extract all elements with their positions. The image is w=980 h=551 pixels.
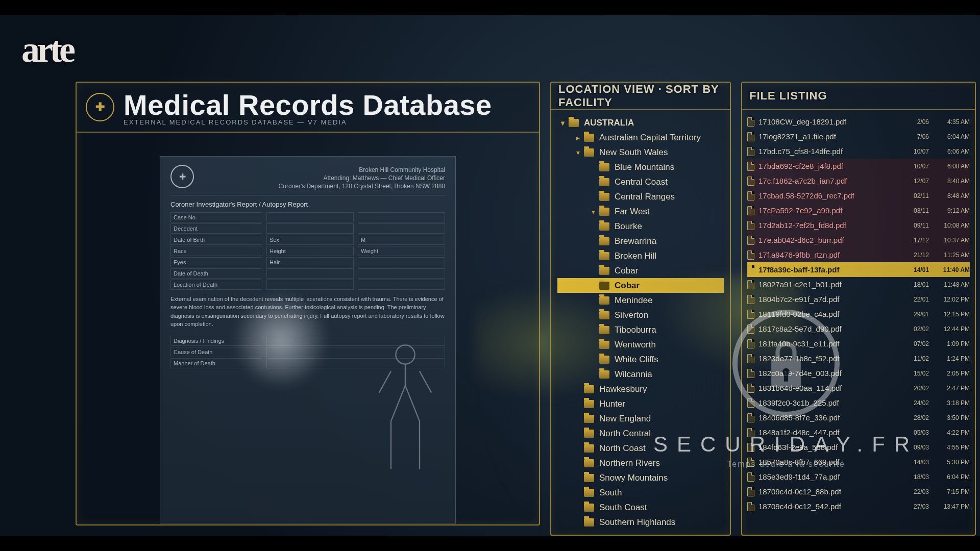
tree-item[interactable]: Menindee xyxy=(557,293,724,308)
body-outline-icon xyxy=(370,340,441,483)
folder-icon xyxy=(599,296,609,305)
file-icon xyxy=(747,280,754,289)
expand-icon[interactable]: ▾ xyxy=(559,119,566,127)
tree-item[interactable]: Cobar xyxy=(557,263,724,278)
file-row[interactable]: 17f8a39c-baff-13fa.pdf14/0111:40 AM xyxy=(747,262,970,277)
file-row[interactable]: 18709c4d-0c12_942.pdf27/0313:47 PM xyxy=(747,499,970,514)
tree-item[interactable]: Central Ranges xyxy=(557,189,724,204)
tree-item[interactable]: Bourke xyxy=(557,219,724,234)
field-label: Decedent xyxy=(170,223,262,234)
watermark-subtitle: Temps dédié à la sécurité xyxy=(653,460,919,469)
tree-item-label: Far West xyxy=(615,207,650,217)
hospital-name: Broken Hill Community Hospital xyxy=(170,166,445,174)
tree-item[interactable]: Southern Highlands xyxy=(557,515,724,530)
file-row[interactable]: 17cPa592-7e92_a99.pdf03/119:12 AM xyxy=(747,203,970,218)
tree-item-label: Cobar xyxy=(615,281,640,291)
panel-header: LOCATION VIEW · SORT BY FACILITY xyxy=(551,83,730,110)
tree-item[interactable]: ▸Australian Capital Territory xyxy=(557,130,724,145)
file-time: 12:44 PM xyxy=(929,325,970,333)
file-name: 17cPa592-7e92_a99.pdf xyxy=(758,206,888,215)
folder-icon xyxy=(599,222,609,231)
panel-title: Medical Records Database xyxy=(124,88,492,121)
tree-item[interactable]: ▾New South Wales xyxy=(557,145,724,160)
file-time: 1:09 PM xyxy=(929,340,970,347)
file-time: 5:30 PM xyxy=(929,459,970,466)
tree-item-label: Tibooburra xyxy=(615,325,656,335)
file-row[interactable]: 17d2ab12-7ef2b_fd8d.pdf09/1110:08 AM xyxy=(747,218,970,233)
tree-item[interactable]: South Coast xyxy=(557,500,724,515)
file-row[interactable]: 185e3ed9-f1d4_77a.pdf18/036:04 PM xyxy=(747,469,970,484)
expand-icon[interactable]: ▾ xyxy=(575,148,581,157)
file-time: 2:47 PM xyxy=(929,385,970,392)
hospital-logo-icon: ✚ xyxy=(170,165,194,188)
tree-item-label: New England xyxy=(599,414,651,424)
file-row[interactable]: 17bd.c75_cfs8-14dfe.pdf10/076:06 AM xyxy=(747,144,970,159)
expand-icon[interactable]: ▸ xyxy=(575,134,581,142)
folder-icon xyxy=(584,444,594,453)
file-name: 17c.f1862-a7c2b_ian7.pdf xyxy=(758,177,888,185)
file-time: 11:25 AM xyxy=(929,252,970,259)
expand-icon[interactable]: ▾ xyxy=(590,208,596,216)
file-date: 27/03 xyxy=(888,503,929,510)
tree-item[interactable]: Brewarrina xyxy=(557,234,724,248)
file-row[interactable]: 18027a91-c2e1_b01.pdf18/0111:48 AM xyxy=(747,277,970,292)
file-icon xyxy=(747,236,754,245)
file-date: 12/07 xyxy=(888,178,929,185)
file-time: 4:22 PM xyxy=(929,429,970,436)
tree-item-label: Wilcannia xyxy=(615,369,652,380)
file-row[interactable]: 1804b7c2-e91f_a7d.pdf22/0112:02 PM xyxy=(747,292,970,307)
file-date: 18/01 xyxy=(888,281,929,288)
file-date: 7/06 xyxy=(888,133,929,140)
tree-item[interactable]: South xyxy=(557,485,724,500)
file-time: 4:35 AM xyxy=(929,118,970,126)
tree-item-label: Central Coast xyxy=(615,177,668,187)
tree-item-label: Southern Highlands xyxy=(599,517,675,528)
file-row[interactable]: 17log82371_a1.file.pdf7/066:04 AM xyxy=(747,129,970,144)
file-name: 17108CW_deg-18291.pdf xyxy=(758,117,888,126)
field-label: Location of Death xyxy=(170,280,262,290)
report-field-grid: Case No. Decedent Date of Birth Sex M Ra… xyxy=(170,212,445,290)
file-time: 4:55 PM xyxy=(929,444,970,451)
file-time: 9:12 AM xyxy=(929,207,970,214)
tree-item[interactable]: Snowy Mountains xyxy=(557,470,724,485)
file-time: 11:48 AM xyxy=(929,281,970,288)
file-icon xyxy=(747,177,754,186)
file-icon xyxy=(747,191,754,201)
tree-item-label: Hunter xyxy=(599,399,625,409)
tree-item[interactable]: Cobar xyxy=(557,278,724,293)
file-icon xyxy=(747,117,754,127)
tree-item-label: Blue Mountains xyxy=(615,162,674,172)
file-row[interactable]: 17108CW_deg-18291.pdf2/064:35 AM xyxy=(747,114,970,129)
file-time: 13:47 PM xyxy=(929,503,970,510)
tree-item[interactable]: Blue Mountains xyxy=(557,160,724,174)
folder-icon xyxy=(599,311,609,319)
file-time: 8:40 AM xyxy=(929,178,970,185)
file-icon xyxy=(747,487,754,496)
file-row[interactable]: 17f.a9476-9fbb_rtzn.pdf21/1211:25 AM xyxy=(747,247,970,262)
file-time: 6:04 PM xyxy=(929,473,970,481)
folder-icon xyxy=(584,474,594,482)
letterbox-bottom xyxy=(0,536,980,551)
field-value xyxy=(358,223,445,234)
field-label: Date of Birth xyxy=(170,235,262,245)
folder-icon xyxy=(584,518,594,527)
tree-item[interactable]: ▾AUSTRALIA xyxy=(557,115,724,130)
tree-item[interactable]: Broken Hill xyxy=(557,248,724,263)
tree-item[interactable]: Central Coast xyxy=(557,174,724,189)
folder-icon xyxy=(584,148,594,157)
file-row[interactable]: 17c.f1862-a7c2b_ian7.pdf12/078:40 AM xyxy=(747,173,970,188)
tree-item-label: Hawkesbury xyxy=(599,384,647,394)
tree-item-label: AUSTRALIA xyxy=(584,118,634,128)
file-time: 6:08 AM xyxy=(929,163,970,170)
tree-item-label: Snowy Mountains xyxy=(599,473,668,483)
field-label: Weight xyxy=(358,246,445,256)
file-row[interactable]: 17e.ab042-d6c2_burr.pdf17/1210:37 AM xyxy=(747,233,970,247)
folder-icon xyxy=(584,134,594,142)
file-row[interactable]: 17bda692-cf2e8_j4f8.pdf10/076:08 AM xyxy=(747,159,970,173)
file-date: 22/03 xyxy=(888,488,929,495)
file-row[interactable]: 18709c4d-0c12_88b.pdf22/037:15 PM xyxy=(747,484,970,499)
tree-item[interactable]: ▾Far West xyxy=(557,204,724,219)
tree-item-label: Wentworth xyxy=(615,340,656,350)
file-row[interactable]: 17cbad.58-5272d6_rec7.pdf02/118:48 AM xyxy=(747,188,970,203)
folder-icon xyxy=(584,400,594,408)
